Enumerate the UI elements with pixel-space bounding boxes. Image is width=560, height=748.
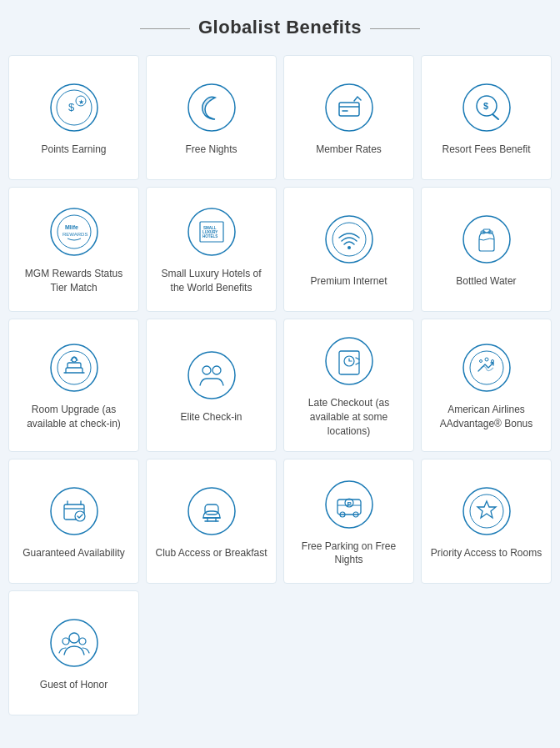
- svg-point-21: [332, 223, 366, 256]
- card-priority-access[interactable]: Priority Access to Rooms: [421, 459, 552, 584]
- svg-text:★: ★: [78, 98, 84, 106]
- card-mgm-label: MGM Rewards Status Tier Match: [18, 267, 130, 295]
- card-bottled-water[interactable]: Bottled Water: [421, 187, 552, 312]
- late-checkout-icon: [324, 336, 374, 386]
- svg-rect-45: [205, 505, 218, 515]
- moon-icon: [187, 83, 237, 133]
- page-title: Globalist Benefits: [8, 17, 552, 38]
- svg-point-41: [51, 488, 98, 535]
- card-room-upgrade-label: Room Upgrade (as available at check-in): [18, 403, 130, 431]
- svg-text:REWARDS: REWARDS: [62, 232, 88, 237]
- card-elite-checkin-label: Elite Check-in: [180, 410, 242, 424]
- svg-text:P: P: [347, 500, 352, 508]
- svg-point-31: [202, 366, 211, 374]
- guaranteed-icon: [49, 486, 99, 536]
- card-member-rates-label: Member Rates: [316, 143, 382, 157]
- card-free-parking-label: Free Parking on Free Nights: [292, 540, 405, 568]
- card-elite-checkin[interactable]: Elite Check-in: [146, 319, 277, 452]
- svg-text:$: $: [68, 101, 75, 113]
- priority-icon: [462, 486, 512, 536]
- card-free-nights-label: Free Nights: [185, 143, 237, 157]
- svg-text:Mlife: Mlife: [65, 224, 78, 230]
- svg-point-29: [72, 357, 77, 362]
- resort-fees-icon: $: [462, 83, 512, 133]
- card-club-access-label: Club Access or Breakfast: [155, 546, 267, 560]
- guest-icon: [49, 618, 99, 668]
- svg-point-39: [491, 360, 493, 363]
- card-guaranteed-availability[interactable]: Guaranteed Availability: [8, 459, 139, 584]
- card-guaranteed-availability-label: Guaranteed Availability: [22, 546, 125, 560]
- svg-point-38: [485, 358, 488, 361]
- card-free-parking[interactable]: P Free Parking on Free Nights: [283, 459, 414, 584]
- small-luxury-icon: SMALL LUXURY HOTELS: [187, 207, 237, 257]
- card-premium-internet[interactable]: Premium Internet: [283, 187, 414, 312]
- club-icon: [187, 486, 237, 536]
- card-points-earning-label: Points Earning: [41, 143, 106, 157]
- member-rates-icon: [324, 83, 374, 133]
- card-points-earning[interactable]: $ ★ Points Earning: [8, 55, 139, 180]
- mgm-icon: Mlife REWARDS: [49, 207, 99, 257]
- svg-point-53: [470, 494, 503, 528]
- card-club-access[interactable]: Club Access or Breakfast: [146, 459, 277, 584]
- svg-point-57: [79, 638, 86, 645]
- svg-point-30: [188, 352, 235, 399]
- svg-rect-34: [339, 351, 359, 374]
- card-american-airlines-label: American Airlines AAdvantage® Bonus: [430, 403, 542, 431]
- card-mgm-rewards[interactable]: Mlife REWARDS MGM Rewards Status Tier Ma…: [8, 187, 139, 312]
- svg-text:HOTELS: HOTELS: [202, 234, 218, 238]
- card-priority-access-label: Priority Access to Rooms: [431, 546, 542, 560]
- svg-point-43: [75, 511, 85, 521]
- card-resort-fees-label: Resort Fees Benefit: [442, 143, 530, 157]
- card-guest-of-honor[interactable]: Guest of Honor: [8, 590, 139, 715]
- card-resort-fees[interactable]: $ Resort Fees Benefit: [421, 55, 552, 180]
- airline-icon: [462, 343, 512, 393]
- svg-point-32: [212, 366, 221, 374]
- wifi-icon: [324, 214, 374, 264]
- svg-point-56: [62, 638, 69, 645]
- svg-point-22: [348, 246, 351, 249]
- bottle-icon: [462, 214, 512, 264]
- svg-point-40: [479, 360, 482, 363]
- page-container: Globalist Benefits $ ★ Points Earning Fr…: [0, 0, 560, 740]
- svg-point-5: [188, 84, 235, 131]
- card-small-luxury[interactable]: SMALL LUXURY HOTELS Small Luxury Hotels …: [146, 187, 277, 312]
- card-bottled-water-label: Bottled Water: [456, 274, 516, 289]
- parking-icon: P: [324, 479, 374, 530]
- card-room-upgrade[interactable]: Room Upgrade (as available at check-in): [8, 319, 139, 452]
- svg-point-55: [69, 633, 79, 643]
- card-late-checkout-label: Late Checkout (as available at some loca…: [292, 396, 405, 438]
- card-premium-internet-label: Premium Internet: [310, 274, 387, 289]
- card-member-rates[interactable]: Member Rates: [283, 55, 414, 180]
- elite-checkin-icon: [187, 350, 237, 400]
- room-upgrade-icon: [49, 343, 99, 393]
- card-small-luxury-label: Small Luxury Hotels of the World Benefit…: [155, 267, 268, 295]
- svg-text:$: $: [483, 101, 488, 111]
- benefits-grid: $ ★ Points Earning Free Nights: [8, 55, 552, 715]
- svg-point-37: [470, 351, 503, 384]
- card-american-airlines[interactable]: American Airlines AAdvantage® Bonus: [421, 319, 552, 452]
- card-guest-of-honor-label: Guest of Honor: [40, 678, 108, 692]
- points-icon: $ ★: [49, 83, 99, 133]
- card-late-checkout[interactable]: Late Checkout (as available at some loca…: [283, 319, 414, 452]
- card-free-nights[interactable]: Free Nights: [146, 55, 277, 180]
- svg-point-6: [326, 84, 372, 131]
- svg-rect-7: [339, 103, 359, 116]
